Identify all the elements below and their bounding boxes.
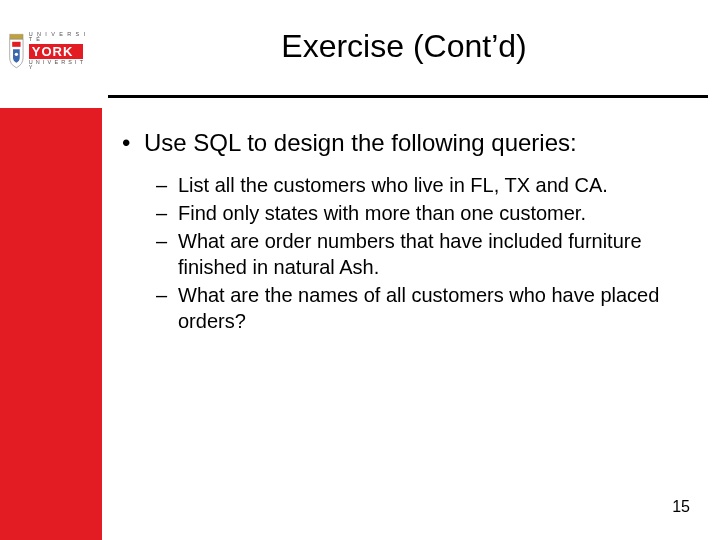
dash-icon: – xyxy=(156,228,178,280)
slide-body: • Use SQL to design the following querie… xyxy=(122,128,680,336)
sub-bullet-text: List all the customers who live in FL, T… xyxy=(178,172,608,198)
svg-point-1 xyxy=(15,53,18,56)
slide-title: Exercise (Cont’d) xyxy=(108,28,700,65)
sub-bullet-item: – Find only states with more than one cu… xyxy=(156,200,680,226)
bullet-dot-icon: • xyxy=(122,128,144,158)
sub-bullet-list: – List all the customers who live in FL,… xyxy=(156,172,680,334)
logo-york-label: YORK xyxy=(29,44,83,59)
logo-university-label: U N I V E R S I T Y xyxy=(29,60,90,71)
sub-bullet-text: What are the names of all customers who … xyxy=(178,282,680,334)
title-underline xyxy=(108,95,708,98)
sub-bullet-text: What are order numbers that have include… xyxy=(178,228,680,280)
sub-bullet-text: Find only states with more than one cust… xyxy=(178,200,586,226)
dash-icon: – xyxy=(156,282,178,334)
slide-header: U N I V E R S I T É YORK U N I V E R S I… xyxy=(0,0,720,108)
york-university-logo: U N I V E R S I T É YORK U N I V E R S I… xyxy=(8,26,90,76)
logo-universite-label: U N I V E R S I T É xyxy=(29,32,90,43)
sub-bullet-item: – What are order numbers that have inclu… xyxy=(156,228,680,280)
slide-page-number: 15 xyxy=(672,498,690,516)
dash-icon: – xyxy=(156,200,178,226)
logo-crest-icon xyxy=(8,29,25,73)
dash-icon: – xyxy=(156,172,178,198)
svg-rect-0 xyxy=(12,42,20,47)
sub-bullet-item: – List all the customers who live in FL,… xyxy=(156,172,680,198)
bullet-item: • Use SQL to design the following querie… xyxy=(122,128,680,158)
logo-text: U N I V E R S I T É YORK U N I V E R S I… xyxy=(29,32,90,71)
sub-bullet-item: – What are the names of all customers wh… xyxy=(156,282,680,334)
bullet-text: Use SQL to design the following queries: xyxy=(144,128,577,158)
left-red-accent-bar xyxy=(0,108,102,540)
